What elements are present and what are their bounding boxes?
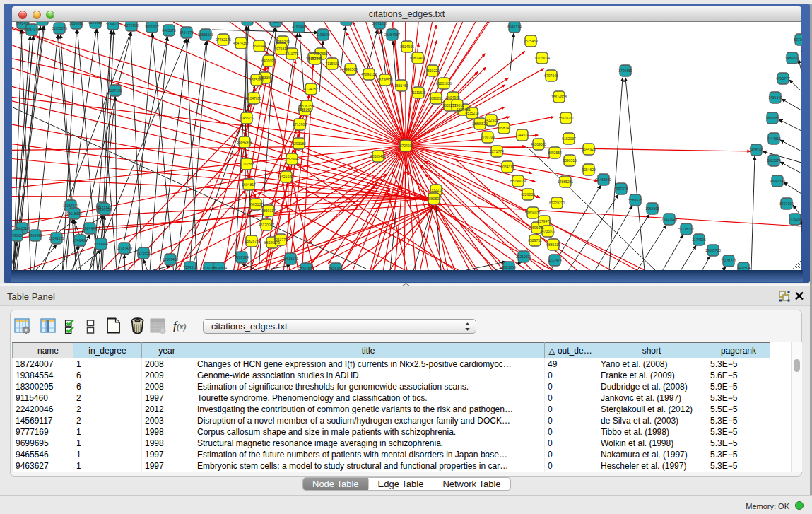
- svg-text:8098851: 8098851: [429, 96, 443, 100]
- svg-text:1746488: 1746488: [73, 238, 87, 243]
- svg-text:12067974: 12067974: [63, 204, 78, 208]
- svg-text:7115921: 7115921: [325, 62, 339, 66]
- svg-text:7332214: 7332214: [429, 188, 443, 192]
- svg-text:6409097: 6409097: [261, 59, 276, 63]
- svg-text:86798079: 86798079: [510, 179, 526, 183]
- svg-text:21465840: 21465840: [596, 177, 611, 182]
- svg-text:3293183: 3293183: [292, 141, 306, 146]
- svg-text:5182037: 5182037: [562, 136, 576, 141]
- svg-text:3963605: 3963605: [645, 206, 659, 211]
- svg-text:7154516: 7154516: [183, 265, 197, 269]
- svg-text:7743487: 7743487: [16, 22, 30, 25]
- svg-text:31665876: 31665876: [52, 26, 67, 30]
- svg-text:3669096: 3669096: [69, 22, 83, 25]
- svg-text:9480831: 9480831: [785, 56, 799, 60]
- svg-text:40369003: 40369003: [531, 142, 546, 146]
- svg-text:6226838: 6226838: [521, 192, 535, 197]
- svg-text:3244510: 3244510: [515, 133, 529, 137]
- svg-text:71111615: 71111615: [411, 90, 425, 95]
- svg-text:2432921: 2432921: [484, 118, 498, 122]
- svg-text:3193149: 3193149: [316, 33, 330, 37]
- svg-text:8644925: 8644925: [582, 147, 596, 151]
- svg-text:93618324: 93618324: [66, 211, 82, 216]
- svg-text:7799799: 7799799: [481, 135, 495, 139]
- svg-text:33529042: 33529042: [284, 157, 300, 161]
- svg-text:34735977: 34735977: [540, 229, 555, 233]
- svg-text:10229014: 10229014: [534, 56, 550, 60]
- svg-text:61201836: 61201836: [436, 81, 452, 86]
- svg-text:2174596: 2174596: [692, 238, 706, 242]
- svg-text:7885685: 7885685: [765, 116, 779, 120]
- svg-text:7007661: 7007661: [314, 52, 328, 56]
- svg-text:2941318: 2941318: [15, 226, 29, 230]
- svg-text:99809402: 99809402: [410, 56, 425, 60]
- svg-text:1713900: 1713900: [293, 122, 307, 127]
- svg-text:8892554: 8892554: [548, 151, 562, 155]
- svg-text:1167190: 1167190: [108, 88, 122, 93]
- svg-text:5623869: 5623869: [502, 265, 516, 269]
- svg-text:5604945: 5604945: [446, 95, 460, 100]
- svg-text:7190659: 7190659: [98, 207, 112, 211]
- svg-text:50671657: 50671657: [372, 22, 387, 25]
- svg-text:4998569: 4998569: [343, 67, 358, 71]
- svg-text:1604817: 1604817: [242, 182, 256, 187]
- svg-text:9058147: 9058147: [497, 126, 511, 130]
- svg-text:3950240: 3950240: [276, 40, 290, 44]
- svg-text:46474367: 46474367: [233, 41, 249, 45]
- svg-text:7444313: 7444313: [767, 136, 781, 141]
- svg-text:0546688: 0546688: [88, 22, 102, 25]
- svg-text:13341232: 13341232: [49, 236, 64, 240]
- svg-text:47896118: 47896118: [361, 72, 377, 76]
- svg-text:0139904: 0139904: [94, 242, 108, 246]
- svg-text:13431611: 13431611: [721, 259, 736, 263]
- svg-text:15614978: 15614978: [551, 95, 567, 99]
- svg-text:2400504: 2400504: [736, 266, 751, 270]
- svg-text:51606071: 51606071: [525, 211, 541, 215]
- svg-text:35978207: 35978207: [558, 116, 574, 120]
- svg-text:4190496: 4190496: [292, 25, 306, 29]
- svg-text:5271774: 5271774: [490, 149, 504, 153]
- svg-text:12567468: 12567468: [163, 257, 178, 262]
- svg-text:0529751: 0529751: [528, 238, 542, 243]
- svg-text:02787429: 02787429: [117, 246, 132, 250]
- svg-text:3799650: 3799650: [618, 69, 632, 73]
- svg-text:98941343: 98941343: [770, 179, 785, 183]
- svg-text:4965137: 4965137: [249, 202, 263, 206]
- svg-text:62229270: 62229270: [549, 201, 565, 205]
- svg-text:80531003: 80531003: [198, 33, 213, 37]
- svg-text:9859317: 9859317: [261, 209, 276, 213]
- svg-text:4550229: 4550229: [425, 69, 440, 73]
- svg-text:6945314: 6945314: [507, 25, 522, 29]
- svg-text:6464170: 6464170: [180, 30, 194, 35]
- svg-text:51718702: 51718702: [678, 227, 694, 231]
- svg-text:21047095: 21047095: [246, 96, 261, 100]
- svg-text:9237474: 9237474: [548, 258, 562, 262]
- svg-text:4075818: 4075818: [274, 47, 288, 51]
- svg-text:37452991: 37452991: [268, 22, 283, 23]
- svg-text:15865780: 15865780: [705, 248, 721, 252]
- svg-text:7175655: 7175655: [136, 251, 151, 255]
- svg-text:4124782: 4124782: [304, 87, 318, 91]
- svg-text:4535218: 4535218: [465, 111, 479, 115]
- svg-text:2408240: 2408240: [749, 148, 763, 152]
- svg-text:5273545: 5273545: [794, 37, 802, 42]
- svg-text:4997278: 4997278: [614, 187, 628, 191]
- svg-text:8514936: 8514936: [400, 45, 414, 49]
- svg-text:9993867: 9993867: [12, 233, 24, 238]
- svg-text:68505423: 68505423: [370, 154, 386, 158]
- svg-text:7109324: 7109324: [235, 255, 249, 259]
- svg-text:6783777: 6783777: [776, 76, 790, 81]
- svg-text:5379473: 5379473: [537, 219, 551, 223]
- svg-text:8536153: 8536153: [300, 104, 314, 108]
- svg-text:46120047: 46120047: [259, 223, 274, 227]
- svg-text:4053773: 4053773: [273, 238, 288, 242]
- svg-text:5152204: 5152204: [308, 57, 322, 61]
- svg-text:4964990: 4964990: [28, 233, 42, 238]
- svg-text:0054119: 0054119: [500, 165, 514, 169]
- svg-text:76627028: 76627028: [661, 217, 677, 221]
- svg-text:07482175: 07482175: [216, 37, 231, 42]
- svg-text:37346706: 37346706: [105, 22, 121, 26]
- svg-text:7826398: 7826398: [329, 267, 343, 270]
- svg-text:27484677: 27484677: [298, 267, 314, 270]
- svg-text:08613171: 08613171: [283, 257, 298, 261]
